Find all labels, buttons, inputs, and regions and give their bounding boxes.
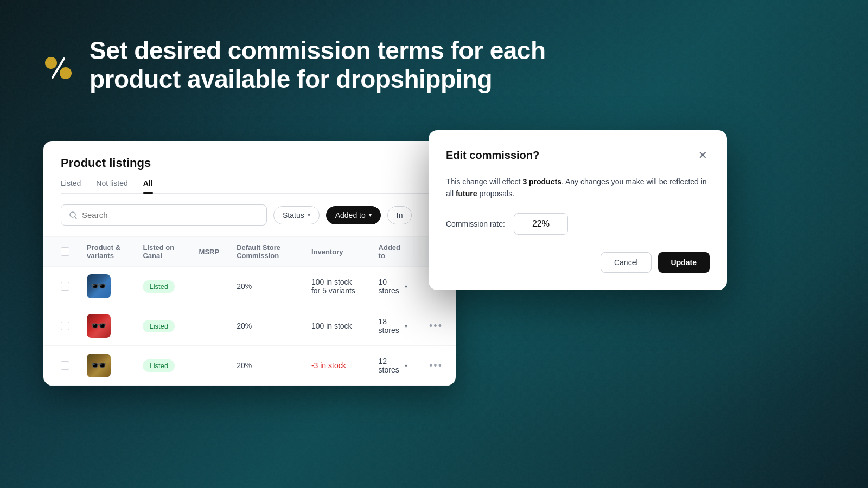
row2-listed-badge: Listed	[143, 320, 175, 332]
row2-checkbox[interactable]	[61, 322, 69, 330]
search-box[interactable]	[61, 204, 267, 226]
hero-title: Set desired commission terms for each pr…	[90, 36, 545, 94]
col-checkbox	[43, 237, 78, 267]
table-row: 🕶️ Listed 20% 100 in stock 18 stores ▾	[43, 306, 456, 346]
inventory-filter-label: In	[397, 211, 403, 220]
row1-product-image: 🕶️	[87, 274, 111, 298]
modal-close-button[interactable]: ✕	[696, 147, 710, 163]
row1-stores-chevron[interactable]: ▾	[405, 284, 407, 290]
hero-section: Set desired commission terms for each pr…	[0, 0, 868, 130]
row3-inventory-value: -3 in stock	[311, 361, 346, 370]
search-icon	[69, 211, 78, 220]
row3-stores-count: 12 stores	[379, 357, 403, 374]
table-row: 🕶️ Listed 20% 100 in stock for 5 variant…	[43, 267, 456, 306]
edit-commission-modal: Edit commission? ✕ This change will effe…	[429, 130, 727, 290]
status-filter-button[interactable]: Status ▾	[273, 206, 320, 224]
col-product: Product & variants	[78, 237, 134, 267]
status-filter-label: Status	[283, 211, 304, 220]
modal-description: This change will effect 3 products. Any …	[446, 176, 710, 200]
row3-stores-cell: 12 stores ▾	[370, 346, 417, 386]
row3-listed-badge: Listed	[143, 359, 175, 372]
row1-checkbox[interactable]	[61, 282, 69, 291]
row3-product-cell: 🕶️	[78, 346, 134, 386]
col-added-to: Added to	[370, 237, 417, 267]
row2-more-cell: •••	[416, 306, 456, 346]
inventory-filter-button[interactable]: In	[387, 206, 412, 224]
logo-icon	[43, 53, 73, 83]
modal-desc-part1: This change will effect	[446, 177, 522, 186]
svg-point-0	[45, 57, 57, 69]
modal-footer: Cancel Update	[446, 252, 710, 273]
row1-listed-badge: Listed	[143, 280, 175, 293]
products-table: Product & variants Listed on Canal MSRP …	[43, 236, 456, 386]
row1-stores-cell: 10 stores ▾	[370, 267, 417, 306]
modal-desc-bold1: 3 products	[522, 177, 561, 186]
row3-product-image: 🕶️	[87, 354, 111, 377]
tab-listed[interactable]: Listed	[61, 179, 81, 193]
table-row: 🕶️ Listed 20% -3 in stock 12 stores ▾	[43, 346, 456, 386]
row3-checkbox-cell	[43, 346, 78, 386]
added-to-filter-chevron: ▾	[369, 212, 372, 218]
row2-stores-cell: 18 stores ▾	[370, 306, 417, 346]
added-to-filter-label: Added to	[335, 211, 366, 220]
product-listings-panel: Product listings Listed Not listed All S…	[43, 141, 456, 386]
row3-commission-cell: 20%	[228, 346, 303, 386]
added-to-filter-button[interactable]: Added to ▾	[326, 206, 381, 224]
row3-more-cell: •••	[416, 346, 456, 386]
row2-msrp-cell	[190, 306, 228, 346]
tab-all[interactable]: All	[143, 179, 153, 193]
row3-more-button[interactable]: •••	[425, 358, 447, 374]
update-button[interactable]: Update	[658, 252, 710, 273]
cancel-button[interactable]: Cancel	[601, 252, 652, 273]
table-body: 🕶️ Listed 20% 100 in stock for 5 variant…	[43, 267, 456, 386]
filters-row: Status ▾ Added to ▾ In	[43, 194, 456, 236]
row1-checkbox-cell	[43, 267, 78, 306]
header-checkbox[interactable]	[61, 247, 69, 256]
panel-header: Product listings Listed Not listed All	[43, 141, 456, 194]
row3-checkbox[interactable]	[61, 361, 69, 370]
modal-body: This change will effect 3 products. Any …	[446, 176, 710, 235]
modal-title: Edit commission?	[446, 149, 539, 162]
commission-rate-input[interactable]	[514, 213, 568, 235]
row2-checkbox-cell	[43, 306, 78, 346]
svg-line-4	[75, 217, 76, 219]
table-header: Product & variants Listed on Canal MSRP …	[43, 237, 456, 267]
col-listed-on: Listed on Canal	[134, 237, 190, 267]
row3-listed-cell: Listed	[134, 346, 190, 386]
tab-not-listed[interactable]: Not listed	[96, 179, 127, 193]
col-msrp: MSRP	[190, 237, 228, 267]
svg-point-1	[60, 67, 72, 79]
row2-stores-count: 18 stores	[379, 317, 403, 335]
row2-product-cell: 🕶️	[78, 306, 134, 346]
col-inventory: Inventory	[303, 237, 370, 267]
tabs-container: Listed Not listed All	[61, 179, 438, 194]
row1-listed-cell: Listed	[134, 267, 190, 306]
row2-stores-chevron[interactable]: ▾	[405, 323, 407, 329]
panel-title: Product listings	[61, 156, 438, 170]
row2-inventory-cell: 100 in stock	[303, 306, 370, 346]
commission-row: Commission rate:	[446, 213, 710, 235]
status-filter-chevron: ▾	[308, 212, 310, 218]
row2-listed-cell: Listed	[134, 306, 190, 346]
col-commission: Default Store Commission	[228, 237, 303, 267]
row2-more-button[interactable]: •••	[425, 318, 447, 334]
modal-desc-bold2: future	[456, 189, 477, 198]
row1-commission-cell: 20%	[228, 267, 303, 306]
modal-header: Edit commission? ✕	[446, 147, 710, 163]
row1-stores-count: 10 stores	[379, 278, 403, 295]
row3-msrp-cell	[190, 346, 228, 386]
modal-desc-part3: proposals.	[477, 189, 514, 198]
row3-stores-chevron[interactable]: ▾	[405, 363, 407, 369]
row1-inventory-cell: 100 in stock for 5 variants	[303, 267, 370, 306]
commission-rate-label: Commission rate:	[446, 220, 505, 228]
row2-product-image: 🕶️	[87, 314, 111, 338]
row2-commission-cell: 20%	[228, 306, 303, 346]
row1-product-cell: 🕶️	[78, 267, 134, 306]
row3-inventory-cell: -3 in stock	[303, 346, 370, 386]
search-input[interactable]	[82, 210, 259, 220]
row1-msrp-cell	[190, 267, 228, 306]
